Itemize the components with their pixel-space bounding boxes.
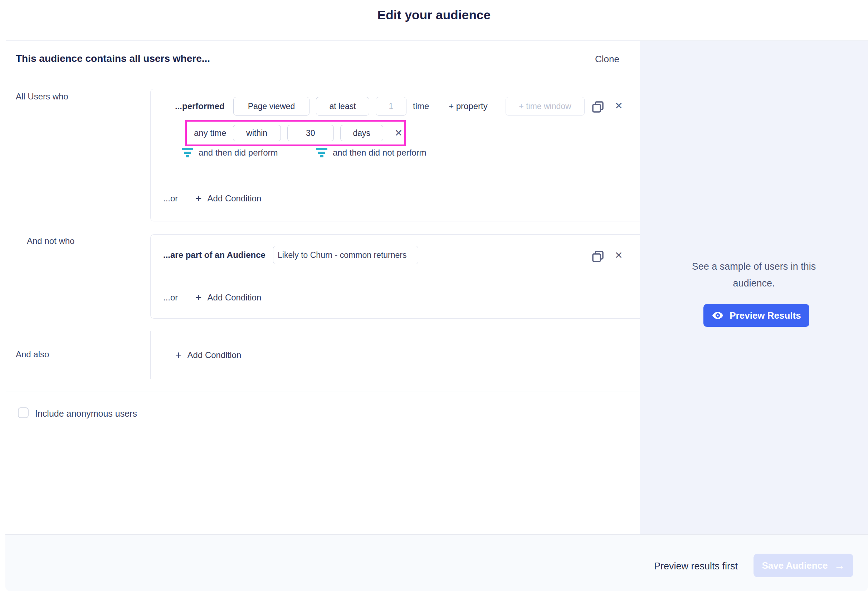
operator-select[interactable]: at least bbox=[316, 97, 369, 115]
any-time-label: any time bbox=[194, 128, 226, 138]
count-input-wrap bbox=[376, 97, 406, 115]
window-value-wrap bbox=[287, 125, 334, 141]
save-audience-button[interactable]: Save Audience → bbox=[753, 554, 853, 577]
remove-time-window-button[interactable]: ✕ bbox=[395, 128, 403, 138]
preview-first-hint: Preview results first bbox=[654, 561, 738, 572]
duplicate-condition-button[interactable] bbox=[592, 250, 604, 264]
add-condition-button[interactable]: + Add Condition bbox=[195, 192, 261, 205]
close-icon: ✕ bbox=[615, 250, 623, 261]
remove-condition-button[interactable]: ✕ bbox=[615, 251, 623, 260]
add-condition-button[interactable]: + Add Condition bbox=[175, 349, 241, 361]
preview-results-button[interactable]: Preview Results bbox=[703, 304, 809, 327]
window-unit-select[interactable]: days bbox=[340, 125, 383, 141]
section-label-all-users-who: All Users who bbox=[16, 91, 68, 102]
plus-icon: + bbox=[195, 292, 202, 303]
section-label-and-also: And also bbox=[16, 350, 49, 360]
funnel-icon bbox=[182, 148, 193, 157]
time-window-row-highlighted: any time within days ✕ bbox=[185, 120, 406, 146]
footer-bar bbox=[5, 534, 868, 591]
funnel-icon bbox=[316, 148, 328, 157]
event-select[interactable]: Page viewed bbox=[233, 97, 310, 115]
include-anonymous-checkbox[interactable] bbox=[18, 407, 29, 418]
audience-select[interactable]: Likely to Churn - common returners bbox=[273, 246, 418, 264]
include-anonymous-label: Include anonymous users bbox=[35, 409, 137, 419]
builder-heading: This audience contains all users where..… bbox=[16, 53, 210, 64]
section-label-and-not-who: And not who bbox=[27, 236, 74, 246]
condition-group-performed: ...performed Page viewed at least time +… bbox=[150, 89, 640, 221]
eye-icon bbox=[712, 311, 724, 320]
page-title: Edit your audience bbox=[0, 8, 868, 22]
duplicate-condition-button[interactable] bbox=[592, 100, 604, 115]
clone-button[interactable]: Clone bbox=[595, 54, 619, 65]
copy-icon bbox=[592, 100, 604, 114]
and-then-did-not-perform-link[interactable]: and then did not perform bbox=[316, 148, 427, 158]
window-value-input[interactable] bbox=[288, 125, 334, 141]
add-time-window-button[interactable]: + time window bbox=[506, 97, 585, 115]
sidebar-description: See a sample of users in this audience. bbox=[640, 258, 868, 292]
header-divider bbox=[6, 77, 640, 77]
preview-results-label: Preview Results bbox=[729, 310, 801, 321]
condition-group-audience: ...are part of an Audience Likely to Chu… bbox=[150, 234, 640, 319]
edit-audience-modal: Edit your audience See a sample of users… bbox=[0, 0, 868, 593]
copy-icon bbox=[592, 250, 604, 263]
arrow-right-icon: → bbox=[834, 560, 845, 571]
performed-label: ...performed bbox=[175, 97, 225, 115]
content-divider bbox=[6, 392, 640, 392]
time-label: time bbox=[413, 97, 429, 115]
close-icon: ✕ bbox=[395, 128, 403, 139]
plus-icon: + bbox=[175, 350, 182, 360]
or-label: ...or bbox=[163, 291, 178, 304]
close-icon: ✕ bbox=[615, 100, 623, 111]
add-property-button[interactable]: + property bbox=[449, 97, 488, 115]
within-select[interactable]: within bbox=[233, 125, 281, 141]
plus-icon: + bbox=[195, 193, 202, 204]
or-label: ...or bbox=[163, 192, 178, 205]
audience-lead-label: ...are part of an Audience bbox=[163, 246, 266, 264]
count-input[interactable] bbox=[376, 97, 406, 115]
remove-condition-button[interactable]: ✕ bbox=[615, 101, 623, 111]
and-also-guide-line bbox=[150, 331, 151, 379]
add-condition-button[interactable]: + Add Condition bbox=[195, 291, 261, 304]
and-then-did-perform-link[interactable]: and then did perform bbox=[182, 148, 278, 158]
